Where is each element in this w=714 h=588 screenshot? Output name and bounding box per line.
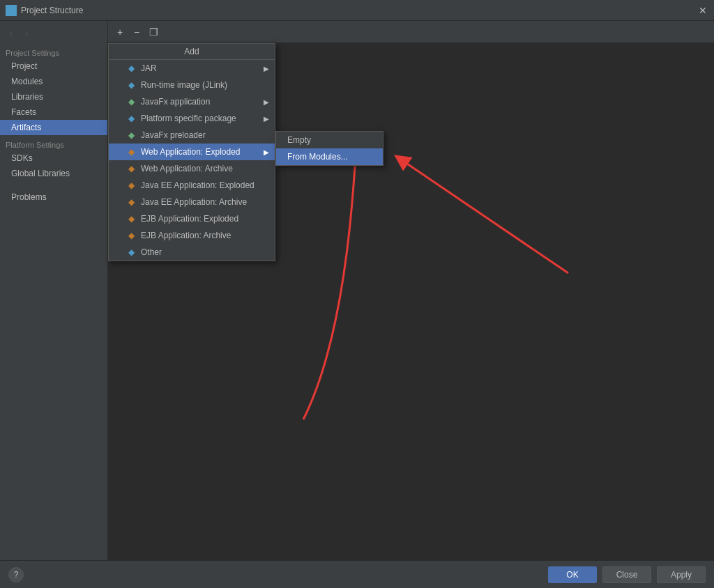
menu-item-web-app-exploded[interactable]: Web Application: Exploded ▶ [109, 144, 275, 160]
svg-rect-2 [7, 11, 10, 15]
menu-item-ejb-exploded[interactable]: EJB Application: Exploded [109, 210, 275, 227]
add-artifact-button[interactable]: + [112, 24, 128, 40]
sidebar-item-facets[interactable]: Facets [0, 105, 107, 120]
copy-icon: ❐ [149, 26, 158, 38]
menu-item-web-app-archive[interactable]: Web Application: Archive [109, 160, 275, 177]
submenu-item-from-modules[interactable]: From Modules... [276, 148, 383, 165]
javaee-exploded-icon [128, 180, 138, 190]
title-bar: Project Structure ✕ [0, 0, 714, 21]
menu-item-runtime-image[interactable]: Run-time image (JLink) [109, 77, 275, 93]
sidebar-item-modules[interactable]: Modules [0, 74, 107, 89]
svg-rect-3 [12, 11, 15, 15]
back-button[interactable]: ‹ [4, 26, 18, 40]
javaee-archive-icon [128, 197, 138, 207]
bottom-bar-left: ? [8, 567, 24, 582]
content-wrapper: + − ❐ Add JAR ▶ [108, 21, 714, 560]
bottom-bar-right: OK Close Apply [548, 566, 706, 583]
platform-pkg-icon [128, 114, 138, 123]
forward-button[interactable]: › [20, 26, 33, 40]
close-button[interactable]: ✕ [697, 5, 708, 16]
sidebar: ‹ › Project Settings Project Modules Lib… [0, 21, 108, 560]
copy-artifact-button[interactable]: ❐ [146, 24, 161, 40]
web-app-exploded-arrow: ▶ [264, 148, 269, 156]
add-dropdown-menu: Add JAR ▶ Run-time image (JLink) [108, 43, 275, 261]
menu-item-other[interactable]: Other [109, 244, 275, 261]
close-dialog-button[interactable]: Close [602, 566, 651, 583]
help-button[interactable]: ? [8, 567, 24, 582]
project-settings-label: Project Settings [0, 43, 107, 59]
sidebar-item-global-libraries[interactable]: Global Libraries [0, 166, 107, 181]
sidebar-item-project[interactable]: Project [0, 59, 107, 74]
jar-icon [128, 63, 138, 73]
submenu-item-empty[interactable]: Empty [276, 132, 383, 148]
runtime-icon [128, 80, 138, 90]
ejb-exploded-icon [128, 214, 138, 224]
bottom-bar: ? OK Close Apply [0, 560, 714, 588]
apply-button[interactable]: Apply [657, 566, 706, 583]
sidebar-item-problems[interactable]: Problems [0, 189, 107, 205]
nav-buttons: ‹ › [0, 24, 107, 43]
svg-rect-1 [12, 6, 15, 10]
menu-item-javafx-app[interactable]: JavaFx application ▶ [109, 93, 275, 110]
sidebar-item-artifacts[interactable]: Artifacts [0, 120, 107, 135]
javafx-preloader-icon [128, 130, 138, 140]
menu-item-javaee-exploded[interactable]: Java EE Application: Exploded [109, 177, 275, 194]
other-icon [128, 247, 138, 257]
add-icon: + [117, 26, 123, 38]
menu-item-platform-pkg[interactable]: Platform specific package ▶ [109, 110, 275, 127]
main-layout: ‹ › Project Settings Project Modules Lib… [0, 21, 714, 560]
artifact-toolbar: + − ❐ [108, 21, 714, 43]
title-bar-text: Project Structure [21, 6, 697, 15]
sidebar-item-libraries[interactable]: Libraries [0, 89, 107, 105]
ejb-archive-icon [128, 231, 138, 240]
menu-item-jar[interactable]: JAR ▶ [109, 60, 275, 77]
add-menu-header: Add [109, 44, 275, 60]
web-app-exploded-icon [128, 147, 138, 157]
web-app-archive-icon [128, 164, 138, 173]
content-area: Add JAR ▶ Run-time image (JLink) [108, 43, 714, 560]
remove-icon: − [134, 26, 139, 38]
menu-item-javaee-archive[interactable]: Java EE Application: Archive [109, 194, 275, 210]
ok-button[interactable]: OK [548, 566, 597, 583]
platform-pkg-arrow: ▶ [264, 115, 269, 123]
remove-artifact-button[interactable]: − [129, 24, 144, 40]
svg-rect-0 [7, 6, 10, 10]
app-icon [6, 5, 17, 16]
menu-item-ejb-archive[interactable]: EJB Application: Archive [109, 227, 275, 244]
sidebar-item-sdks[interactable]: SDKs [0, 150, 107, 166]
javafx-app-arrow: ▶ [264, 98, 269, 106]
web-app-submenu: Empty From Modules... [275, 131, 383, 166]
jar-arrow: ▶ [264, 65, 269, 72]
platform-settings-label: Platform Settings [0, 135, 107, 150]
menu-item-javafx-preloader[interactable]: JavaFx preloader [109, 127, 275, 144]
javafx-app-icon [128, 97, 138, 107]
